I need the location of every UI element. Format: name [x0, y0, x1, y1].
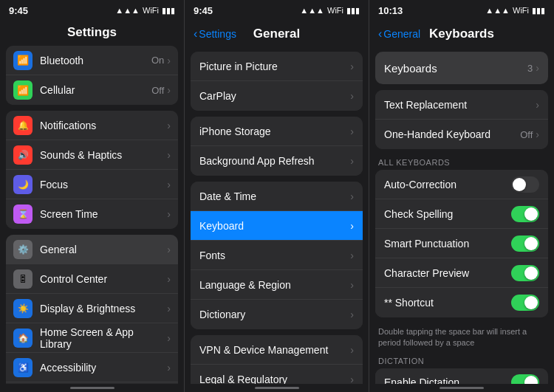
time-2: 9:45 — [194, 5, 213, 16]
dictionary-label: Dictionary — [199, 309, 350, 320]
check-spelling-item[interactable]: Check Spelling — [375, 199, 548, 229]
bluetooth-chevron: › — [167, 55, 171, 66]
smart-punctuation-toggle[interactable] — [511, 235, 539, 252]
language-label: Language & Region — [199, 279, 350, 291]
character-preview-toggle[interactable] — [511, 265, 539, 281]
one-handed-chevron: › — [536, 128, 539, 140]
general-item-keyboard[interactable]: Keyboard › — [191, 211, 363, 241]
accessibility-label: Accessibility — [40, 362, 167, 374]
keyboards-group-1: Text Replacement › One-Handed Keyboard O… — [375, 90, 548, 149]
keyboards-back-button[interactable]: ‹ General — [378, 28, 420, 40]
settings-item-accessibility[interactable]: ♿ Accessibility › — [6, 353, 178, 382]
smart-punctuation-item[interactable]: Smart Punctuation — [375, 229, 548, 258]
general-back-button[interactable]: ‹ Settings — [194, 28, 236, 40]
cellular-value: Off — [151, 85, 164, 96]
one-handed-value: Off — [520, 129, 533, 140]
general-chevron: › — [167, 244, 171, 255]
general-group-1: Picture in Picture › CarPlay › — [191, 52, 363, 111]
general-item-datetime[interactable]: Date & Time › — [191, 182, 363, 211]
control-center-label: Control Center — [40, 273, 167, 285]
general-item-storage[interactable]: iPhone Storage › — [191, 117, 363, 146]
settings-item-home-screen[interactable]: 🏠 Home Screen & App Library › — [6, 323, 178, 353]
general-item-legal[interactable]: Legal & Regulatory › — [191, 365, 363, 384]
general-group-3: Date & Time › Keyboard › Fonts › Languag… — [191, 182, 363, 329]
settings-item-screentime[interactable]: ⌛ Screen Time › — [6, 199, 178, 229]
settings-item-display[interactable]: ☀️ Display & Brightness › — [6, 294, 178, 323]
enable-dictation-toggle[interactable] — [511, 374, 539, 384]
vpn-chevron: › — [350, 344, 354, 356]
picture-chevron: › — [350, 61, 354, 72]
general-item-picture[interactable]: Picture in Picture › — [191, 52, 363, 81]
battery-icon-3: ▮▮▮ — [532, 6, 545, 16]
general-group-2: iPhone Storage › Background App Refresh … — [191, 117, 363, 176]
settings-list[interactable]: 📶 Bluetooth On › 📶 Cellular Off › 🔔 Noti… — [0, 46, 184, 384]
settings-item-cellular[interactable]: 📶 Cellular Off › — [6, 75, 178, 105]
settings-item-control-center[interactable]: 🎛 Control Center › — [6, 264, 178, 294]
general-icon: ⚙️ — [13, 240, 33, 259]
status-icons-2: ▲▲▲ WiFi ▮▮▮ — [300, 6, 360, 16]
display-icon: ☀️ — [13, 299, 33, 318]
bluetooth-value: On — [151, 55, 164, 66]
general-item-fonts[interactable]: Fonts › — [191, 241, 363, 270]
picture-label: Picture in Picture — [199, 61, 350, 72]
general-panel: 9:45 ▲▲▲ WiFi ▮▮▮ ‹ Settings General Pic… — [185, 0, 369, 392]
settings-panel: 9:45 ▲▲▲ WiFi ▮▮▮ Settings 📶 Bluetooth O… — [0, 0, 185, 392]
cellular-chevron: › — [167, 84, 171, 96]
settings-item-bluetooth[interactable]: 📶 Bluetooth On › — [6, 46, 178, 75]
settings-item-sounds[interactable]: 🔊 Sounds & Haptics › — [6, 140, 178, 170]
character-preview-item[interactable]: Character Preview — [375, 258, 548, 288]
shortcut-toggle[interactable] — [511, 295, 539, 311]
settings-item-focus[interactable]: 🌙 Focus › — [6, 170, 178, 199]
auto-correction-toggle[interactable] — [511, 176, 539, 193]
settings-item-general[interactable]: ⚙️ General › — [6, 235, 178, 264]
keyboards-count-item[interactable]: Keyboards 3 › — [375, 52, 548, 84]
shortcut-item[interactable]: ** Shortcut — [375, 288, 548, 317]
settings-item-notifications[interactable]: 🔔 Notifications › — [6, 111, 178, 140]
text-replacement-item[interactable]: Text Replacement › — [375, 90, 548, 120]
general-list[interactable]: Picture in Picture › CarPlay › iPhone St… — [185, 52, 369, 384]
settings-title: Settings — [67, 25, 117, 39]
bluetooth-label: Bluetooth — [40, 55, 151, 66]
general-header-row: ‹ Settings General — [194, 25, 360, 46]
language-chevron: › — [350, 279, 354, 291]
status-icons-3: ▲▲▲ WiFi ▮▮▮ — [485, 6, 545, 16]
keyboards-list[interactable]: Keyboards 3 › Text Replacement › One-Han… — [369, 52, 554, 384]
settings-item-wallpaper[interactable]: 🌅 Wallpaper › — [6, 382, 178, 384]
home-screen-icon: 🏠 — [13, 329, 33, 348]
background-label: Background App Refresh — [199, 155, 350, 167]
screentime-label: Screen Time — [40, 208, 167, 220]
fonts-chevron: › — [350, 250, 354, 261]
screentime-chevron: › — [167, 208, 171, 220]
general-item-background[interactable]: Background App Refresh › — [191, 146, 363, 176]
cellular-icon: 📶 — [13, 80, 33, 100]
keyboards-panel: 10:13 ▲▲▲ WiFi ▮▮▮ ‹ General Keyboards K… — [369, 0, 554, 392]
home-screen-chevron: › — [167, 332, 171, 344]
carplay-chevron: › — [350, 90, 354, 102]
settings-group-2: 🔔 Notifications › 🔊 Sounds & Haptics › 🌙… — [6, 111, 178, 229]
status-icons-1: ▲▲▲ WiFi ▮▮▮ — [115, 6, 175, 16]
smart-punctuation-label: Smart Punctuation — [384, 238, 511, 250]
text-replacement-label: Text Replacement — [384, 99, 536, 111]
storage-label: iPhone Storage — [199, 125, 350, 137]
general-item-dictionary[interactable]: Dictionary › — [191, 300, 363, 329]
focus-label: Focus — [40, 179, 167, 190]
keyboards-header: ‹ General Keyboards — [369, 21, 554, 52]
sounds-chevron: › — [167, 149, 171, 161]
auto-correction-item[interactable]: Auto-Correction — [375, 170, 548, 199]
wifi-icon: WiFi — [143, 6, 159, 15]
signal-icon: ▲▲▲ — [115, 6, 140, 15]
general-item-carplay[interactable]: CarPlay › — [191, 81, 363, 111]
status-bar-1: 9:45 ▲▲▲ WiFi ▮▮▮ — [0, 0, 184, 21]
general-item-language[interactable]: Language & Region › — [191, 270, 363, 300]
wifi-icon-2: WiFi — [327, 6, 343, 15]
one-handed-item[interactable]: One-Handed Keyboard Off › — [375, 120, 548, 149]
general-header: ‹ Settings General — [185, 21, 369, 52]
keyboards-all-group: Auto-Correction Check Spelling Smart Pun… — [375, 170, 548, 317]
enable-dictation-item[interactable]: Enable Dictation — [375, 368, 548, 384]
check-spelling-toggle[interactable] — [511, 206, 539, 222]
signal-icon-2: ▲▲▲ — [300, 6, 324, 15]
general-label: General — [40, 244, 167, 255]
legal-label: Legal & Regulatory — [199, 374, 350, 384]
general-item-vpn[interactable]: VPN & Device Management › — [191, 335, 363, 365]
battery-icon-2: ▮▮▮ — [346, 6, 360, 16]
